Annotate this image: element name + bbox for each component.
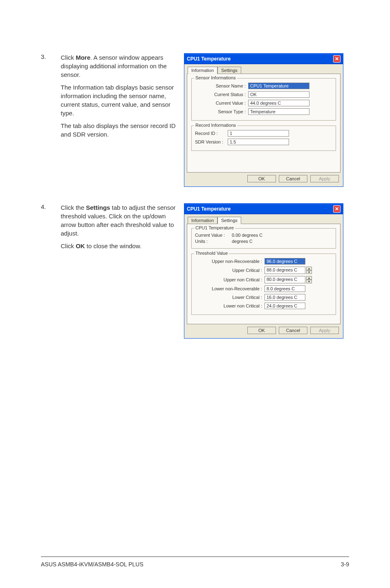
- close-icon[interactable]: ✕: [333, 205, 341, 213]
- units-label: Units :: [195, 239, 232, 244]
- sensor-information-dialog: CPU1 Temperature ✕ Information Settings …: [184, 53, 343, 187]
- tab-information[interactable]: Information: [188, 67, 217, 74]
- upper-nr-label: Upper non-Recoverable :: [195, 259, 264, 264]
- upper-noncritical-field[interactable]: 80.0 degrees C: [264, 276, 305, 283]
- sensor-type-field[interactable]: Temperature: [248, 108, 309, 115]
- upper-critical-label: Upper Critical :: [195, 268, 264, 273]
- footer-page-number: 3-9: [341, 561, 349, 568]
- upper-critical-field[interactable]: 88.0 degrees C: [264, 267, 305, 274]
- spin-down-icon[interactable]: ▼: [306, 280, 312, 283]
- sdr-version-field[interactable]: 1.5: [228, 139, 289, 145]
- sensor-name-field[interactable]: CPU1 Temperature: [248, 83, 309, 89]
- current-value-field[interactable]: 44.0 degrees C: [248, 100, 309, 106]
- sensor-name-label: Sensor Name :: [195, 83, 248, 88]
- record-id-field[interactable]: 1: [228, 130, 289, 137]
- step-text-3: Click More. A sensor window appears disp…: [61, 53, 176, 143]
- ok-button[interactable]: OK: [247, 327, 276, 334]
- spin-up-icon[interactable]: ▲: [306, 267, 312, 270]
- upper-nr-field[interactable]: 96.0 degrees C: [264, 258, 305, 265]
- cancel-button[interactable]: Cancel: [279, 327, 307, 334]
- threshold-group-title: Threshold Value: [194, 251, 229, 256]
- dialog-titlebar: CPU1 Temperature ✕: [184, 54, 343, 64]
- footer-product-name: ASUS ASMB4-iKVM/ASMB4-SOL PLUS: [41, 561, 143, 568]
- current-value-display: 0.00 degrees C: [232, 233, 262, 238]
- apply-button[interactable]: Apply: [310, 175, 339, 182]
- sdr-version-label: SDR Version :: [195, 139, 228, 144]
- sensor-info-group-title: Sensor Informations: [194, 75, 237, 80]
- step-text-4: Click the Settings tab to adjust the sen…: [61, 203, 176, 254]
- sensor-settings-dialog: CPU1 Temperature ✕ Information Settings …: [184, 203, 343, 339]
- upper-noncritical-label: Upper non Critical :: [195, 277, 264, 282]
- tab-settings[interactable]: Settings: [217, 217, 241, 224]
- dialog-title: CPU1 Temperature: [187, 206, 231, 212]
- lower-noncritical-field[interactable]: 24.0 degrees C: [264, 303, 305, 309]
- cpu1-temp-group-title: CPU1 Temperature: [194, 225, 235, 230]
- cancel-button[interactable]: Cancel: [279, 175, 307, 182]
- close-icon[interactable]: ✕: [333, 55, 341, 63]
- lower-nr-label: Lower non-Recoverable :: [195, 286, 264, 291]
- record-id-label: Record ID :: [195, 131, 228, 136]
- current-value-label: Current Value :: [195, 233, 232, 238]
- dialog-titlebar: CPU1 Temperature ✕: [184, 204, 343, 214]
- lower-critical-label: Lower Critical :: [195, 295, 264, 300]
- tab-information[interactable]: Information: [188, 217, 217, 224]
- units-display: degrees C: [232, 239, 253, 244]
- current-status-field[interactable]: OK: [248, 91, 309, 98]
- current-status-label: Current Status :: [195, 92, 248, 97]
- spin-down-icon[interactable]: ▼: [306, 270, 312, 274]
- lower-nr-field[interactable]: 8.0 degrees C: [264, 285, 305, 292]
- current-value-label: Current Value :: [195, 101, 248, 105]
- lower-noncritical-label: Lower non Critical :: [195, 303, 264, 308]
- spin-up-icon[interactable]: ▲: [306, 276, 312, 280]
- sensor-type-label: Sensor Type :: [195, 109, 248, 114]
- apply-button[interactable]: Apply: [310, 327, 339, 334]
- record-info-group-title: Record Informations: [194, 123, 237, 128]
- ok-button[interactable]: OK: [247, 175, 276, 182]
- step-number-3: 3.: [41, 53, 61, 143]
- tab-settings[interactable]: Settings: [217, 67, 241, 74]
- lower-critical-field[interactable]: 16.0 degrees C: [264, 294, 305, 301]
- step-number-4: 4.: [41, 203, 61, 254]
- dialog-title: CPU1 Temperature: [187, 56, 231, 62]
